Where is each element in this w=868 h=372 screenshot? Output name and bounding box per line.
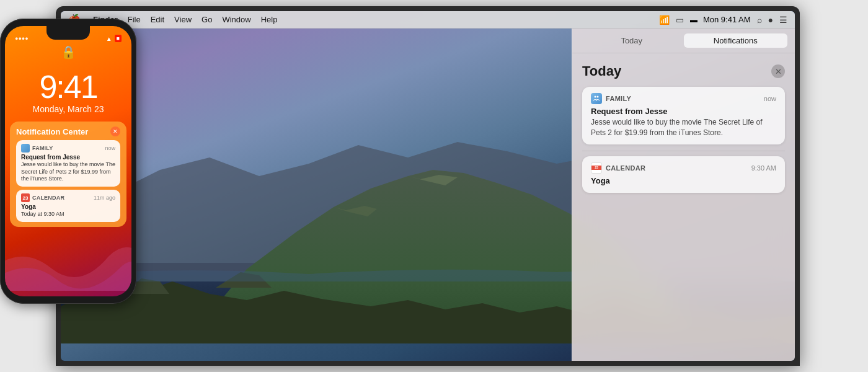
iphone-calendar-app-name: CALENDAR [32, 195, 94, 201]
iphone-wifi-icon: ▲ [106, 35, 112, 42]
iphone-container: ●●●● ▲ ■ 🔒 9:41 Monday, March 23 Notific… [0, 19, 136, 304]
menubar: 🍎 Finder File Edit View Go Window Help 📶… [61, 11, 795, 29]
iphone-date: Monday, March 23 [5, 104, 131, 114]
iphone-time: 9:41 [5, 66, 131, 104]
edit-menu-item[interactable]: Edit [151, 15, 164, 24]
laptop-screen: 🍎 Finder File Edit View Go Window Help 📶… [61, 11, 795, 361]
battery-icon: ▬ [690, 16, 697, 24]
iphone-notification-center: Notification Center ✕ FAMILY now Request… [10, 122, 126, 227]
laptop-frame: 🍎 Finder File Edit View Go Window Help 📶… [56, 6, 800, 366]
notification-content: Today ✕ FAMILY [572, 53, 795, 193]
wifi-icon: 📶 [659, 15, 670, 25]
calendar-notification-card[interactable]: 23 CALENDAR 9:30 AM Yoga [582, 156, 785, 193]
calendar-card-header: 23 CALENDAR 9:30 AM [591, 162, 776, 174]
svg-point-1 [595, 96, 596, 98]
calendar-notif-time: 9:30 AM [751, 164, 776, 172]
lock-icon: 🔒 [5, 45, 131, 60]
tab-notifications[interactable]: Notifications [684, 33, 788, 48]
help-menu-item[interactable]: Help [261, 15, 278, 24]
calendar-notif-title: Yoga [591, 176, 776, 185]
iphone-family-title: Request from Jesse [21, 154, 115, 161]
iphone-family-header: FAMILY now [21, 144, 115, 153]
family-notif-time: now [764, 95, 776, 102]
menu-time: Mon 9:41 AM [703, 15, 751, 24]
iphone-calendar-title: Yoga [21, 203, 115, 210]
iphone-calendar-notif[interactable]: 23 CALENDAR 11m ago Yoga Today at 9:30 A… [16, 190, 120, 222]
menubar-left: 🍎 Finder File Edit View Go Window Help [68, 14, 659, 25]
today-header: Today ✕ [582, 63, 785, 79]
clear-notifications-button[interactable]: ✕ [771, 64, 785, 78]
search-icon[interactable]: ⌕ [757, 15, 762, 25]
airplay-icon: ▭ [676, 15, 684, 25]
family-notification-card[interactable]: FAMILY now Request from Jesse Jesse woul… [582, 87, 785, 144]
iphone-family-app-name: FAMILY [32, 145, 105, 151]
notif-divider [582, 151, 785, 151]
iphone-nc-title: Notification Center [16, 127, 88, 136]
notification-panel: Today Notifications Today ✕ [572, 29, 795, 361]
iphone-calendar-time: 11m ago [94, 195, 115, 201]
iphone-screen: ●●●● ▲ ■ 🔒 9:41 Monday, March 23 Notific… [5, 26, 131, 296]
family-notif-body: Jesse would like to buy the movie The Se… [591, 117, 776, 138]
family-app-icon [591, 93, 602, 104]
iphone-notch [46, 26, 90, 40]
iphone-nc-close-button[interactable]: ✕ [110, 126, 120, 136]
iphone-family-notif[interactable]: FAMILY now Request from Jesse Jesse woul… [16, 140, 120, 187]
iphone-battery: ■ [115, 35, 122, 42]
svg-point-2 [597, 96, 599, 98]
notification-tabs: Today Notifications [572, 29, 795, 53]
family-app-name: FAMILY [606, 95, 764, 102]
iphone-carrier: ●●●● [15, 35, 29, 42]
iphone-waves [5, 222, 131, 296]
iphone-nc-header: Notification Center ✕ [16, 126, 120, 136]
iphone-family-icon [21, 144, 30, 153]
notification-center-icon[interactable]: ☰ [779, 15, 787, 25]
iphone-status-right: ▲ ■ [106, 35, 122, 42]
window-menu-item[interactable]: Window [222, 15, 250, 24]
today-title: Today [582, 63, 621, 79]
view-menu-item[interactable]: View [174, 15, 192, 24]
iphone-calendar-header: 23 CALENDAR 11m ago [21, 193, 115, 202]
iphone-calendar-body: Today at 9:30 AM [21, 211, 115, 218]
iphone-family-time: now [105, 145, 115, 151]
calendar-app-icon: 23 [591, 162, 602, 174]
family-card-header: FAMILY now [591, 93, 776, 104]
menubar-right: 📶 ▭ ▬ Mon 9:41 AM ⌕ ● ☰ [659, 15, 787, 25]
go-menu-item[interactable]: Go [202, 15, 212, 24]
family-notif-title: Request from Jesse [591, 107, 776, 116]
tab-today[interactable]: Today [580, 33, 684, 48]
iphone-calendar-icon: 23 [21, 193, 30, 202]
siri-icon[interactable]: ● [768, 15, 773, 25]
iphone-family-body: Jesse would like to buy the movie The Se… [21, 161, 115, 183]
calendar-app-name: CALENDAR [606, 164, 751, 172]
iphone-frame: ●●●● ▲ ■ 🔒 9:41 Monday, March 23 Notific… [0, 19, 136, 304]
